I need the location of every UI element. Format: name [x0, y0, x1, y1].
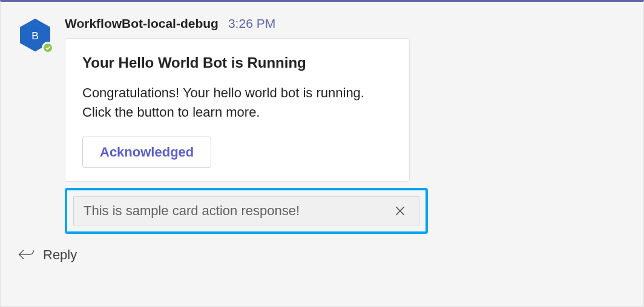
avatar-letter: B: [31, 30, 39, 42]
acknowledged-button[interactable]: Acknowledged: [82, 137, 211, 168]
card-body: Congratulations! Your hello world bot is…: [82, 83, 392, 122]
dismiss-response-button[interactable]: [391, 202, 409, 220]
highlight-callout: This is sample card action response!: [65, 188, 428, 234]
response-text: This is sample card action response!: [84, 203, 384, 219]
reply-label: Reply: [43, 247, 77, 263]
sender-name[interactable]: WorkflowBot-local-debug: [65, 16, 218, 31]
message-timestamp: 3:26 PM: [228, 16, 275, 31]
reply-icon: [18, 248, 34, 262]
action-response-banner: This is sample card action response!: [73, 196, 419, 225]
message-row: B WorkflowBot-local-debug 3:26 PM Your H…: [18, 16, 631, 234]
chat-message-container: B WorkflowBot-local-debug 3:26 PM Your H…: [0, 0, 644, 307]
bot-avatar[interactable]: B: [18, 18, 53, 53]
card-title: Your Hello World Bot is Running: [82, 54, 392, 71]
close-icon: [393, 204, 407, 218]
message-header: WorkflowBot-local-debug 3:26 PM: [65, 16, 631, 31]
message-content: WorkflowBot-local-debug 3:26 PM Your Hel…: [65, 16, 631, 234]
reply-button[interactable]: Reply: [18, 247, 631, 263]
presence-available-icon: [42, 42, 54, 54]
card-actions: Acknowledged: [82, 137, 392, 168]
adaptive-card: Your Hello World Bot is Running Congratu…: [65, 38, 410, 182]
